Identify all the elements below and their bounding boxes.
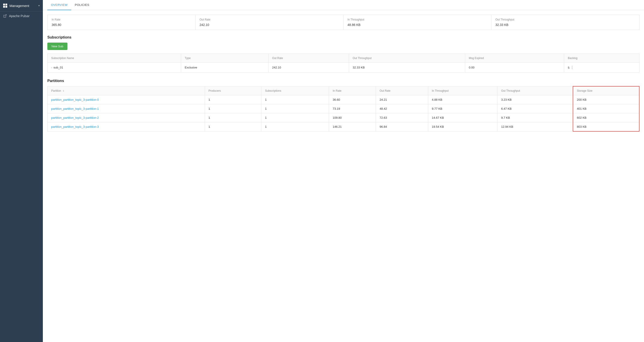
stat-out-throughput: Out Throughput 32.33 KB [491, 15, 639, 30]
table-row: › sub_01 Exclusive 242.10 32.33 KB 0.00 … [48, 63, 640, 72]
sub-backlog-cell: 5 ⋮ [564, 63, 640, 72]
partition-in-throughput-cell: 19.54 KB [428, 122, 498, 132]
new-sub-button[interactable]: New Sub [47, 42, 68, 50]
part-col-out-throughput: Out Throughput [498, 86, 573, 95]
sub-col-name: Subscription Name [48, 54, 181, 63]
partition-producers-cell: 1 [205, 95, 261, 104]
partition-name-cell: partition_partition_topic_3-partition-2 [48, 113, 205, 122]
external-link-icon [3, 14, 7, 18]
sidebar-item-apache-pulsar[interactable]: Apache Pulsar [0, 11, 43, 20]
partition-out-throughput-cell: 12.94 KB [498, 122, 573, 132]
part-col-partition: Partition ⇕ [48, 86, 205, 95]
partition-out-throughput-cell: 3.23 KB [498, 95, 573, 104]
chevron-right-icon[interactable]: › [51, 66, 52, 69]
partition-out-throughput-cell: 6.47 KB [498, 104, 573, 113]
partitions-heading: Partitions [47, 79, 640, 83]
part-col-subscriptions: Subscriptions [261, 86, 329, 95]
stat-out-throughput-label: Out Throughput [496, 18, 635, 21]
partition-producers-cell: 1 [205, 104, 261, 113]
partition-in-rate-cell: 146.21 [329, 122, 376, 132]
stat-in-rate-value: 365.80 [52, 23, 191, 26]
partition-out-rate-cell: 72.63 [376, 113, 428, 122]
partition-subscriptions-cell: 1 [261, 122, 329, 132]
tab-overview[interactable]: OVERVIEW [47, 0, 71, 10]
partition-subscriptions-cell: 1 [261, 113, 329, 122]
tab-bar: OVERVIEW POLICIES [43, 0, 644, 10]
kebab-menu-icon[interactable]: ⋮ [570, 65, 574, 69]
sub-name-cell: › sub_01 [48, 63, 181, 72]
partition-producers-cell: 1 [205, 122, 261, 132]
partition-storage-size-cell: 401 KB [573, 104, 639, 113]
sidebar-item-label: Apache Pulsar [9, 14, 30, 18]
partition-in-throughput-cell: 14.67 KB [428, 113, 498, 122]
partition-name-cell: partition_partition_topic_3-partition-1 [48, 104, 205, 113]
sub-name-value: sub_01 [54, 66, 63, 69]
stat-out-rate-value: 242.10 [200, 23, 339, 26]
partition-out-throughput-cell: 9.7 KB [498, 113, 573, 122]
partition-name-cell: partition_partition_topic_3-partition-3 [48, 122, 205, 132]
part-col-out-rate: Out Rate [376, 86, 428, 95]
stat-out-rate-label: Out Rate [200, 18, 339, 21]
stat-out-throughput-value: 32.33 KB [496, 23, 635, 26]
stat-out-rate: Out Rate 242.10 [196, 15, 344, 30]
main-content: OVERVIEW POLICIES In Rate 365.80 Out Rat… [43, 0, 644, 342]
part-col-in-rate: In Rate [329, 86, 376, 95]
partition-subscriptions-cell: 1 [261, 104, 329, 113]
partition-link[interactable]: partition_partition_topic_3-partition-0 [51, 98, 99, 101]
partition-subscriptions-cell: 1 [261, 95, 329, 104]
stat-in-rate-label: In Rate [52, 18, 191, 21]
partitions-table: Partition ⇕ Producers Subscriptions In R… [47, 86, 640, 132]
table-row: partition_partition_topic_3-partition-3 … [48, 122, 640, 132]
stat-in-throughput: In Throughput 48.86 KB [344, 15, 491, 30]
stat-in-throughput-value: 48.86 KB [348, 23, 487, 26]
partition-name-cell: partition_partition_topic_3-partition-0 [48, 95, 205, 104]
partition-storage-size-cell: 200 KB [573, 95, 639, 104]
partition-in-throughput-cell: 4.88 KB [428, 95, 498, 104]
sort-icon[interactable]: ⇕ [62, 90, 64, 92]
sub-col-msg-expired: Msg Expired [465, 54, 564, 63]
subscriptions-heading: Subscriptions [47, 35, 640, 39]
table-row: partition_partition_topic_3-partition-1 … [48, 104, 640, 113]
part-col-in-throughput: In Throughput [428, 86, 498, 95]
partition-link[interactable]: partition_partition_topic_3-partition-1 [51, 107, 99, 110]
sidebar-header[interactable]: Management ▾ [0, 0, 43, 11]
sidebar-title: Management [10, 4, 29, 8]
sub-col-type: Type [181, 54, 268, 63]
part-col-storage-size: Storage Size [573, 86, 639, 95]
sub-msg-expired-cell: 0.00 [465, 63, 564, 72]
sub-col-out-rate: Out Rate [268, 54, 349, 63]
partition-in-rate-cell: 36.60 [329, 95, 376, 104]
partition-out-rate-cell: 96.84 [376, 122, 428, 132]
sub-type-cell: Exclusive [181, 63, 268, 72]
partition-storage-size-cell: 803 KB [573, 122, 639, 132]
partition-producers-cell: 1 [205, 113, 261, 122]
partition-in-throughput-cell: 9.77 KB [428, 104, 498, 113]
sub-col-out-throughput: Out Throughput [349, 54, 465, 63]
partition-out-rate-cell: 24.21 [376, 95, 428, 104]
subscriptions-table: Subscription Name Type Out Rate Out Thro… [47, 54, 640, 72]
table-row: partition_partition_topic_3-partition-2 … [48, 113, 640, 122]
tab-policies[interactable]: POLICIES [71, 0, 93, 10]
stat-in-rate: In Rate 365.80 [48, 15, 196, 30]
partition-in-rate-cell: 109.80 [329, 113, 376, 122]
grid-icon [3, 3, 7, 8]
chevron-down-icon: ▾ [38, 4, 40, 7]
sub-out-throughput-cell: 32.33 KB [349, 63, 465, 72]
partition-link[interactable]: partition_partition_topic_3-partition-2 [51, 116, 99, 119]
partition-storage-size-cell: 602 KB [573, 113, 639, 122]
part-col-producers: Producers [205, 86, 261, 95]
page-content: In Rate 365.80 Out Rate 242.10 In Throug… [43, 10, 644, 342]
partition-in-rate-cell: 73.19 [329, 104, 376, 113]
partition-link[interactable]: partition_partition_topic_3-partition-3 [51, 125, 99, 128]
svg-line-0 [5, 15, 6, 16]
stats-grid: In Rate 365.80 Out Rate 242.10 In Throug… [47, 15, 640, 30]
table-row: partition_partition_topic_3-partition-0 … [48, 95, 640, 104]
partition-out-rate-cell: 48.42 [376, 104, 428, 113]
sidebar: Management ▾ Apache Pulsar [0, 0, 43, 342]
sub-col-backlog: Backlog [564, 54, 640, 63]
stat-in-throughput-label: In Throughput [348, 18, 487, 21]
sub-out-rate-cell: 242.10 [268, 63, 349, 72]
